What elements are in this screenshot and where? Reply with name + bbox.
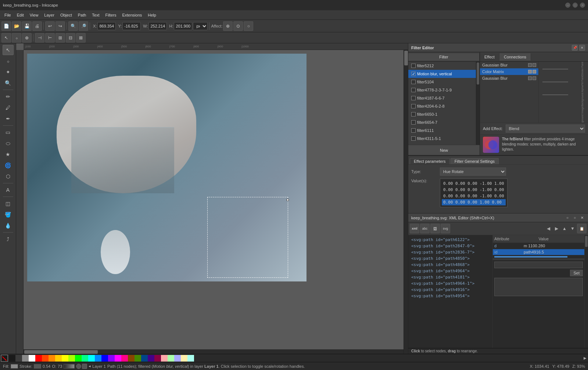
palette-purple[interactable] <box>108 355 115 362</box>
palette-brown[interactable] <box>128 355 135 362</box>
menu-text[interactable]: Text <box>89 12 102 18</box>
palette-light-cyan[interactable] <box>187 355 194 362</box>
palette-green[interactable] <box>75 355 82 362</box>
print-button[interactable]: 🖨 <box>32 21 42 31</box>
h-field[interactable] <box>174 22 192 30</box>
calligraphy-btn[interactable]: ✒ <box>3 114 14 124</box>
filter-item-motion-blur[interactable]: ✓ Motion blur, vertical <box>408 70 476 78</box>
filter-cb-8[interactable] <box>411 120 416 125</box>
close-button[interactable]: ✕ <box>580 3 585 8</box>
palette-blue[interactable] <box>101 355 108 362</box>
palette-dark-rose[interactable] <box>154 355 161 362</box>
affect-btn-2[interactable]: ⊙ <box>233 21 243 31</box>
palette-orange[interactable] <box>49 355 55 362</box>
filter-cb-10[interactable] <box>411 136 416 141</box>
select-tool[interactable]: ↖ <box>1 33 11 43</box>
node-edit-btn[interactable]: ⬦ <box>3 56 14 66</box>
xe-tree-path4850[interactable]: <svg:path id="path4850"> <box>410 255 491 262</box>
pencil-btn[interactable]: ✏ <box>3 91 14 102</box>
distribute-v[interactable]: ⊟ <box>66 33 75 43</box>
save-button[interactable]: 💾 <box>22 21 32 31</box>
xe-close-btn[interactable]: ✕ <box>579 215 585 221</box>
xe-value-textarea[interactable] <box>494 278 583 296</box>
menu-filters[interactable]: Filters <box>103 12 119 18</box>
xe-prev-btn[interactable]: ◀ <box>545 225 552 232</box>
palette-black[interactable] <box>9 355 15 362</box>
text-btn[interactable]: A <box>3 185 14 195</box>
xe-key-input[interactable] <box>494 262 583 268</box>
palette-rose[interactable] <box>121 355 128 362</box>
palette-light-blue[interactable] <box>174 355 181 362</box>
xe-export-btn[interactable]: 📋 <box>577 224 587 233</box>
xml-scroll-thumb[interactable] <box>585 236 588 247</box>
xe-tree-path4916[interactable]: <svg:path id="path4916"> <box>410 287 491 293</box>
ellipse-btn[interactable]: ⬭ <box>3 138 14 148</box>
xe-down-btn[interactable]: ▼ <box>569 225 576 232</box>
effect-color-matrix[interactable]: Color Matrix <box>480 68 538 75</box>
xe-pin-btn[interactable]: ○ <box>564 215 570 221</box>
y-field[interactable] <box>122 22 141 30</box>
filter-new-button[interactable]: New <box>408 145 480 155</box>
menu-path[interactable]: Path <box>75 12 89 18</box>
xe-attr-d[interactable]: d m 1100.280 <box>493 243 584 249</box>
effect-gaussian-blur-1[interactable]: Gaussian Blur <box>480 62 538 68</box>
gradient-btn[interactable]: ◫ <box>3 198 14 209</box>
effect-connector-in-2[interactable] <box>528 70 532 73</box>
filter-item-filter4187[interactable]: filter4187-6-6-7 <box>408 94 476 102</box>
fe-close-btn[interactable]: ✕ <box>579 45 585 51</box>
palette-dark-purple[interactable] <box>148 355 154 362</box>
zoom-out-button[interactable]: 🔎 <box>79 21 88 31</box>
filter-scroll-thumb[interactable] <box>477 62 479 85</box>
xe-tree-path4954[interactable]: <svg:path id="path4954"> <box>410 293 491 299</box>
hscroll-thumb[interactable] <box>24 350 98 354</box>
palette-gray[interactable] <box>22 355 29 362</box>
ep-tab-params[interactable]: Effect parameters <box>410 158 450 164</box>
palette-red[interactable] <box>35 355 42 362</box>
xe-tree-path4964-1[interactable]: <svg:path id="path4964-1"> <box>410 280 491 287</box>
xe-img-btn[interactable]: 🖼 <box>430 224 440 233</box>
filter-cb-1[interactable] <box>411 64 416 68</box>
palette-scroll-right[interactable]: ▶ <box>582 356 588 360</box>
menu-file[interactable]: File <box>1 12 14 18</box>
star-btn[interactable]: ★ <box>3 149 14 159</box>
filter-cb-5[interactable] <box>411 96 416 100</box>
effect-connector-in-1[interactable] <box>528 63 532 67</box>
effect-connector-out-1[interactable] <box>533 63 536 67</box>
canvas-hscrollbar[interactable] <box>24 349 404 354</box>
filter-cb-2[interactable]: ✓ <box>411 72 416 76</box>
effect-connector-out-2[interactable] <box>533 70 536 73</box>
palette-sky-blue[interactable] <box>95 355 101 362</box>
xe-attr-id[interactable]: id path4916.5 <box>493 249 584 255</box>
type-select[interactable]: Hue Rotate Saturate Matrix Luminance to … <box>440 168 506 176</box>
menu-object[interactable]: Object <box>57 12 75 18</box>
palette-yellow-green[interactable] <box>68 355 75 362</box>
rect-btn[interactable]: ▭ <box>3 127 14 137</box>
xe-tree-path2836[interactable]: <svg:path id="path2836-7"> <box>410 249 491 255</box>
zoom-btn[interactable]: 🔍 <box>3 78 14 88</box>
spiral-btn[interactable]: 🌀 <box>3 160 14 170</box>
eyedropper-btn[interactable]: 💧 <box>3 220 14 231</box>
effect-gaussian-blur-2[interactable]: Gaussian Blur <box>480 75 538 82</box>
align-right[interactable]: ⊞ <box>55 33 65 43</box>
add-effect-select[interactable]: Blend Blur Color Matrix Composite <box>506 125 585 133</box>
xe-up-btn[interactable]: ▲ <box>561 225 568 232</box>
align-center[interactable]: ⊢ <box>45 33 55 43</box>
palette-orange-red[interactable] <box>42 355 49 362</box>
mode-icon-2[interactable] <box>82 364 87 369</box>
affect-btn-3[interactable]: ○ <box>244 21 253 31</box>
palette-darkgray[interactable] <box>15 355 22 362</box>
xe-tree-path4964[interactable]: <svg:path id="path4964"> <box>410 268 491 274</box>
filter-item-filter5104[interactable]: filter5104 <box>408 78 476 86</box>
filter-item-filter4204[interactable]: filter4204-6-2-8 <box>408 102 476 110</box>
xe-set-button[interactable]: Set <box>570 270 583 276</box>
palette-light-yellow[interactable] <box>181 355 187 362</box>
pen-btn[interactable]: 🖊 <box>3 103 14 113</box>
filter-tab[interactable]: Filter <box>408 53 480 61</box>
palette-cyan[interactable] <box>88 355 95 362</box>
palette-white[interactable] <box>29 355 35 362</box>
vscroll-thumb[interactable] <box>404 51 408 65</box>
xe-float-btn[interactable]: ○ <box>572 215 578 221</box>
redo-button[interactable]: ↪ <box>55 21 65 31</box>
opacity-slider[interactable] <box>64 364 75 369</box>
xe-tree-path6122[interactable]: <svg:path id="path6122"> <box>410 237 491 243</box>
